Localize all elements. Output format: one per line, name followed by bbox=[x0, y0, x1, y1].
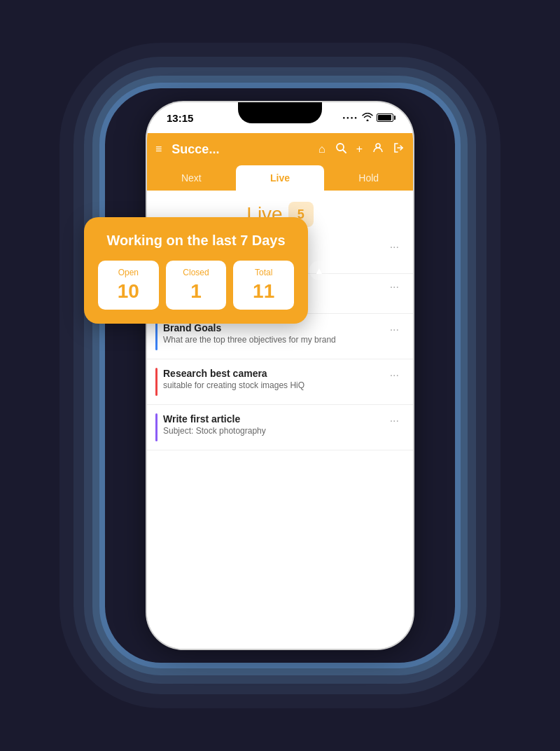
tab-next-label: Next bbox=[181, 172, 202, 184]
status-time: 13:15 bbox=[167, 112, 193, 124]
stat-open-label: Open bbox=[104, 268, 153, 277]
wifi-icon bbox=[362, 113, 373, 123]
svg-point-2 bbox=[376, 144, 380, 148]
task-content-article: Write first article Subject: Stock photo… bbox=[163, 413, 382, 436]
add-icon[interactable]: + bbox=[356, 143, 363, 156]
status-bar: 13:15 ●●●● bbox=[147, 102, 413, 133]
stat-total-value: 11 bbox=[239, 280, 288, 303]
task-subtitle-camera: suitable for creating stock images HiQ bbox=[163, 380, 382, 390]
chevron-up-icon: ▲ bbox=[314, 265, 324, 276]
app-header: ≡ Succe... ⌂ + bbox=[147, 133, 413, 165]
task-content-brand: Brand Goals What are the top three objec… bbox=[163, 322, 382, 345]
task-border-brand bbox=[155, 322, 158, 350]
tab-hold[interactable]: Hold bbox=[324, 165, 413, 191]
task-more-brand[interactable]: ··· bbox=[387, 322, 402, 338]
svg-line-1 bbox=[343, 150, 346, 153]
stat-total: Total 11 bbox=[233, 261, 294, 310]
stat-closed: Closed 1 bbox=[166, 261, 227, 310]
tooltip-card: Working on the last 7 Days Open 10 Close… bbox=[84, 217, 308, 324]
task-border-camera bbox=[155, 368, 158, 396]
profile-icon[interactable] bbox=[372, 142, 384, 156]
task-item-article: Write first article Subject: Stock photo… bbox=[147, 405, 413, 450]
task-more-camera[interactable]: ··· bbox=[387, 368, 402, 383]
tab-bar: Next Live Hold bbox=[147, 165, 413, 191]
task-subtitle-article: Subject: Stock photography bbox=[163, 426, 382, 436]
task-title-camera: Research best camera bbox=[163, 368, 382, 379]
tab-hold-label: Hold bbox=[358, 172, 379, 184]
stat-open-value: 10 bbox=[104, 280, 153, 303]
phone-inner: 13:15 ●●●● bbox=[147, 102, 413, 649]
stat-closed-value: 1 bbox=[172, 280, 221, 303]
task-title-brand: Brand Goals bbox=[163, 322, 382, 333]
task-subtitle-brand: What are the top three objectives for my… bbox=[163, 335, 382, 345]
partial-task-1-more[interactable]: ··· bbox=[387, 240, 402, 255]
tab-next[interactable]: Next bbox=[147, 165, 236, 191]
battery-icon bbox=[377, 113, 393, 122]
menu-icon[interactable]: ≡ bbox=[155, 143, 162, 156]
scene: 13:15 ●●●● bbox=[0, 0, 560, 751]
search-icon[interactable] bbox=[335, 142, 346, 156]
task-more-article[interactable]: ··· bbox=[387, 413, 402, 429]
stat-closed-label: Closed bbox=[172, 268, 221, 277]
task-content-camera: Research best camera suitable for creati… bbox=[163, 368, 382, 390]
notch bbox=[238, 102, 322, 123]
status-icons: ●●●● bbox=[343, 113, 394, 123]
task-title-article: Write first article bbox=[163, 413, 382, 425]
stat-open: Open 10 bbox=[98, 261, 159, 310]
home-icon[interactable]: ⌂ bbox=[318, 143, 326, 156]
app-title: Succe... bbox=[172, 142, 309, 157]
signal-dots-icon: ●●●● bbox=[343, 116, 359, 120]
tab-live[interactable]: Live bbox=[236, 165, 325, 191]
task-item-camera: Research best camera suitable for creati… bbox=[147, 359, 413, 405]
tooltip-stats: Open 10 Closed 1 Total 11 bbox=[98, 261, 294, 310]
task-border-article bbox=[155, 413, 158, 441]
phone-frame: 13:15 ●●●● bbox=[147, 102, 413, 649]
tooltip-title: Working on the last 7 Days bbox=[98, 231, 294, 249]
collapse-button[interactable]: ▲ bbox=[309, 261, 329, 280]
partial-task-2-more[interactable]: ··· bbox=[387, 280, 402, 295]
tab-live-label: Live bbox=[270, 172, 290, 184]
logout-icon[interactable] bbox=[393, 142, 405, 156]
stat-total-label: Total bbox=[239, 268, 288, 277]
